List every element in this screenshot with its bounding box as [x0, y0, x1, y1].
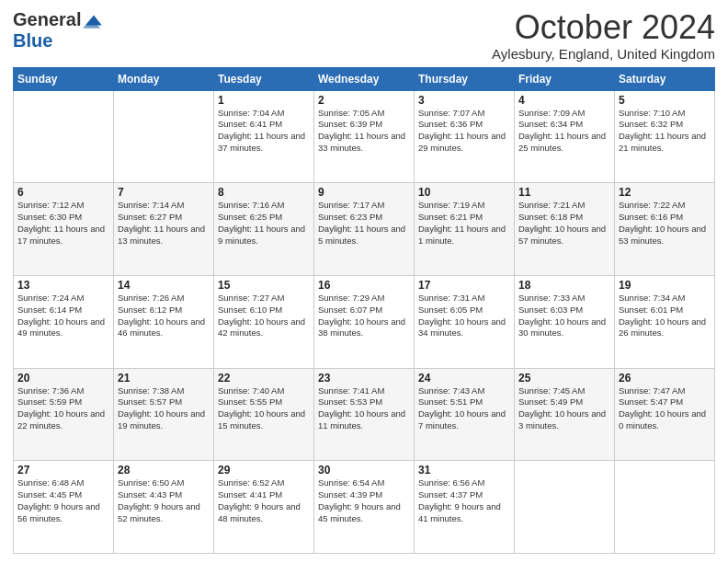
- title-block: October 2024 Aylesbury, England, United …: [492, 9, 715, 62]
- calendar-cell: 5Sunrise: 7:10 AM Sunset: 6:32 PM Daylig…: [615, 90, 715, 183]
- calendar-cell: 20Sunrise: 7:36 AM Sunset: 5:59 PM Dayli…: [14, 368, 114, 461]
- day-info: Sunrise: 7:29 AM Sunset: 6:07 PM Dayligh…: [318, 293, 410, 339]
- calendar-cell: [515, 461, 615, 554]
- day-of-week-header: Sunday: [14, 67, 114, 90]
- day-info: Sunrise: 7:31 AM Sunset: 6:05 PM Dayligh…: [418, 293, 510, 339]
- calendar-cell: 19Sunrise: 7:34 AM Sunset: 6:01 PM Dayli…: [615, 275, 715, 368]
- day-of-week-header: Tuesday: [214, 67, 314, 90]
- calendar-cell: 30Sunrise: 6:54 AM Sunset: 4:39 PM Dayli…: [314, 461, 415, 554]
- day-number: 17: [418, 279, 510, 292]
- day-number: 8: [218, 186, 310, 199]
- day-of-week-header: Thursday: [415, 67, 515, 90]
- day-info: Sunrise: 7:09 AM Sunset: 6:34 PM Dayligh…: [518, 108, 610, 155]
- day-info: Sunrise: 7:04 AM Sunset: 6:41 PM Dayligh…: [218, 108, 310, 155]
- calendar-cell: 24Sunrise: 7:43 AM Sunset: 5:51 PM Dayli…: [415, 368, 515, 461]
- calendar-header: SundayMondayTuesdayWednesdayThursdayFrid…: [14, 67, 715, 90]
- logo-general-text: General: [13, 9, 81, 30]
- day-number: 11: [518, 186, 610, 199]
- day-info: Sunrise: 7:41 AM Sunset: 5:53 PM Dayligh…: [318, 385, 410, 432]
- day-info: Sunrise: 6:48 AM Sunset: 4:45 PM Dayligh…: [17, 477, 109, 524]
- calendar-cell: [14, 90, 114, 183]
- day-info: Sunrise: 7:05 AM Sunset: 6:39 PM Dayligh…: [318, 108, 410, 155]
- calendar-cell: 23Sunrise: 7:41 AM Sunset: 5:53 PM Dayli…: [314, 368, 415, 461]
- day-number: 10: [418, 186, 510, 199]
- day-of-week-header: Monday: [114, 67, 214, 90]
- day-info: Sunrise: 7:27 AM Sunset: 6:10 PM Dayligh…: [218, 293, 310, 339]
- day-number: 28: [118, 464, 210, 477]
- calendar-cell: 17Sunrise: 7:31 AM Sunset: 6:05 PM Dayli…: [415, 275, 515, 368]
- day-info: Sunrise: 7:45 AM Sunset: 5:49 PM Dayligh…: [518, 385, 610, 432]
- day-number: 15: [218, 279, 310, 292]
- calendar-cell: 21Sunrise: 7:38 AM Sunset: 5:57 PM Dayli…: [114, 368, 214, 461]
- calendar-cell: 25Sunrise: 7:45 AM Sunset: 5:49 PM Dayli…: [515, 368, 615, 461]
- logo-icon: [83, 12, 105, 29]
- day-number: 30: [318, 464, 410, 477]
- day-info: Sunrise: 7:26 AM Sunset: 6:12 PM Dayligh…: [118, 293, 210, 339]
- calendar-cell: 31Sunrise: 6:56 AM Sunset: 4:37 PM Dayli…: [415, 461, 515, 554]
- calendar-cell: 8Sunrise: 7:16 AM Sunset: 6:25 PM Daylig…: [214, 183, 314, 276]
- day-number: 12: [619, 186, 711, 199]
- day-number: 26: [619, 372, 711, 385]
- day-info: Sunrise: 7:34 AM Sunset: 6:01 PM Dayligh…: [619, 293, 711, 339]
- day-info: Sunrise: 7:14 AM Sunset: 6:27 PM Dayligh…: [118, 200, 210, 247]
- day-info: Sunrise: 7:47 AM Sunset: 5:47 PM Dayligh…: [619, 385, 711, 432]
- day-number: 19: [619, 279, 711, 292]
- day-info: Sunrise: 7:24 AM Sunset: 6:14 PM Dayligh…: [17, 293, 109, 339]
- day-info: Sunrise: 7:17 AM Sunset: 6:23 PM Dayligh…: [318, 200, 410, 247]
- calendar-cell: 26Sunrise: 7:47 AM Sunset: 5:47 PM Dayli…: [615, 368, 715, 461]
- day-number: 21: [118, 372, 210, 385]
- day-number: 3: [418, 94, 510, 107]
- day-number: 1: [218, 94, 310, 107]
- calendar-cell: 13Sunrise: 7:24 AM Sunset: 6:14 PM Dayli…: [14, 275, 114, 368]
- calendar-week-row: 27Sunrise: 6:48 AM Sunset: 4:45 PM Dayli…: [14, 461, 715, 554]
- day-number: 22: [218, 372, 310, 385]
- calendar-cell: 29Sunrise: 6:52 AM Sunset: 4:41 PM Dayli…: [214, 461, 314, 554]
- day-info: Sunrise: 7:07 AM Sunset: 6:36 PM Dayligh…: [418, 108, 510, 155]
- day-number: 18: [518, 279, 610, 292]
- day-info: Sunrise: 6:56 AM Sunset: 4:37 PM Dayligh…: [418, 477, 510, 524]
- day-info: Sunrise: 6:52 AM Sunset: 4:41 PM Dayligh…: [218, 477, 310, 524]
- calendar-cell: 2Sunrise: 7:05 AM Sunset: 6:39 PM Daylig…: [314, 90, 415, 183]
- month-title: October 2024: [492, 9, 715, 46]
- day-number: 5: [619, 94, 711, 107]
- day-number: 7: [118, 186, 210, 199]
- day-number: 9: [318, 186, 410, 199]
- day-info: Sunrise: 6:50 AM Sunset: 4:43 PM Dayligh…: [118, 477, 210, 524]
- calendar-cell: 28Sunrise: 6:50 AM Sunset: 4:43 PM Dayli…: [114, 461, 214, 554]
- day-info: Sunrise: 7:19 AM Sunset: 6:21 PM Dayligh…: [418, 200, 510, 247]
- day-info: Sunrise: 7:36 AM Sunset: 5:59 PM Dayligh…: [17, 385, 109, 432]
- day-number: 16: [318, 279, 410, 292]
- calendar-week-row: 13Sunrise: 7:24 AM Sunset: 6:14 PM Dayli…: [14, 275, 715, 368]
- day-info: Sunrise: 7:21 AM Sunset: 6:18 PM Dayligh…: [518, 200, 610, 247]
- day-info: Sunrise: 7:12 AM Sunset: 6:30 PM Dayligh…: [17, 200, 109, 247]
- calendar-cell: 12Sunrise: 7:22 AM Sunset: 6:16 PM Dayli…: [615, 183, 715, 276]
- calendar-cell: 7Sunrise: 7:14 AM Sunset: 6:27 PM Daylig…: [114, 183, 214, 276]
- calendar-cell: 1Sunrise: 7:04 AM Sunset: 6:41 PM Daylig…: [214, 90, 314, 183]
- calendar-week-row: 6Sunrise: 7:12 AM Sunset: 6:30 PM Daylig…: [14, 183, 715, 276]
- day-number: 6: [17, 186, 109, 199]
- day-of-week-header: Wednesday: [314, 67, 415, 90]
- calendar-week-row: 1Sunrise: 7:04 AM Sunset: 6:41 PM Daylig…: [14, 90, 715, 183]
- day-of-week-header: Friday: [515, 67, 615, 90]
- calendar-cell: 10Sunrise: 7:19 AM Sunset: 6:21 PM Dayli…: [415, 183, 515, 276]
- day-info: Sunrise: 7:38 AM Sunset: 5:57 PM Dayligh…: [118, 385, 210, 432]
- calendar-cell: 11Sunrise: 7:21 AM Sunset: 6:18 PM Dayli…: [515, 183, 615, 276]
- logo: General Blue: [13, 9, 105, 52]
- day-number: 23: [318, 372, 410, 385]
- location: Aylesbury, England, United Kingdom: [492, 46, 715, 62]
- day-info: Sunrise: 7:33 AM Sunset: 6:03 PM Dayligh…: [518, 293, 610, 339]
- day-info: Sunrise: 7:40 AM Sunset: 5:55 PM Dayligh…: [218, 385, 310, 432]
- day-of-week-header: Saturday: [615, 67, 715, 90]
- calendar-cell: 15Sunrise: 7:27 AM Sunset: 6:10 PM Dayli…: [214, 275, 314, 368]
- day-number: 4: [518, 94, 610, 107]
- day-number: 25: [518, 372, 610, 385]
- calendar-cell: 6Sunrise: 7:12 AM Sunset: 6:30 PM Daylig…: [14, 183, 114, 276]
- calendar-table: SundayMondayTuesdayWednesdayThursdayFrid…: [13, 67, 715, 554]
- calendar-cell: 18Sunrise: 7:33 AM Sunset: 6:03 PM Dayli…: [515, 275, 615, 368]
- day-info: Sunrise: 6:54 AM Sunset: 4:39 PM Dayligh…: [318, 477, 410, 524]
- calendar-cell: 22Sunrise: 7:40 AM Sunset: 5:55 PM Dayli…: [214, 368, 314, 461]
- calendar-cell: 16Sunrise: 7:29 AM Sunset: 6:07 PM Dayli…: [314, 275, 415, 368]
- day-info: Sunrise: 7:22 AM Sunset: 6:16 PM Dayligh…: [619, 200, 711, 247]
- day-info: Sunrise: 7:10 AM Sunset: 6:32 PM Dayligh…: [619, 108, 711, 155]
- logo-blue-text: Blue: [13, 30, 52, 51]
